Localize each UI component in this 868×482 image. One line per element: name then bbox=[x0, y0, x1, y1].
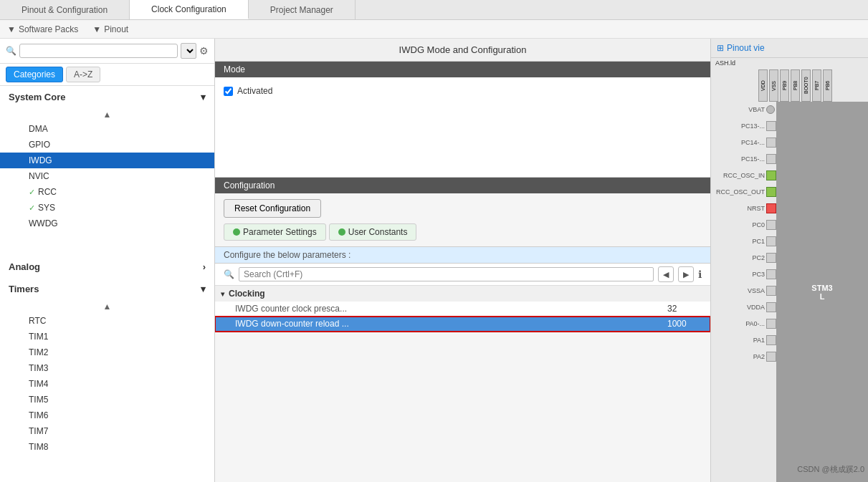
id-text: ASH.ld bbox=[711, 58, 868, 68]
sidebar-item-tim2[interactable]: TIM2 bbox=[0, 344, 214, 360]
center-panel: IWDG Mode and Configuration Mode Activat… bbox=[215, 39, 710, 482]
tab-pinout-config[interactable]: Pinout & Configuration bbox=[0, 0, 130, 19]
top-pin-boot0: BOOT0 bbox=[801, 69, 811, 102]
pin-box-vdda bbox=[766, 302, 776, 312]
pin-rcc-osc-out: RCC_OSC_OUT bbox=[711, 184, 776, 200]
tab-clock-config[interactable]: Clock Configuration bbox=[130, 0, 249, 19]
config-tabs: Parameter Settings User Constants bbox=[215, 223, 710, 246]
top-pin-vdd: VDD bbox=[758, 69, 768, 102]
pin-circle-vbat bbox=[766, 105, 775, 114]
sidebar-item-rcc[interactable]: ✓ RCC bbox=[0, 184, 214, 200]
pin-pc1: PC1 bbox=[711, 233, 776, 249]
pin-box-pa1 bbox=[766, 335, 776, 345]
pin-nrst: NRST bbox=[711, 201, 776, 216]
info-button[interactable]: ℹ bbox=[698, 269, 702, 280]
tab-dot-user bbox=[338, 228, 345, 236]
sidebar-item-tim6[interactable]: TIM6 bbox=[0, 408, 214, 423]
pin-pc15: PC15-... bbox=[711, 151, 776, 167]
search-dropdown[interactable] bbox=[181, 43, 196, 59]
sidebar-item-tim5[interactable]: TIM5 bbox=[0, 392, 214, 408]
scroll-up-arrow[interactable]: ▲ bbox=[0, 108, 214, 121]
sidebar-item-wwdg[interactable]: WWDG bbox=[0, 216, 214, 231]
pin-box-pc14 bbox=[766, 138, 776, 148]
top-pin-pb6: PB6 bbox=[823, 69, 832, 102]
param-group-clocking[interactable]: ▾ Clocking bbox=[215, 286, 710, 302]
pinout-menu[interactable]: ▼ Pinout bbox=[92, 24, 128, 34]
sidebar-item-tim4[interactable]: TIM4 bbox=[0, 376, 214, 392]
top-navbar: Pinout & Configuration Clock Configurati… bbox=[0, 0, 868, 20]
param-search-input[interactable] bbox=[239, 267, 654, 281]
panel-title: IWDG Mode and Configuration bbox=[215, 39, 710, 62]
top-pin-pb9: PB9 bbox=[780, 69, 789, 102]
mode-section-header: Mode bbox=[215, 62, 710, 77]
sidebar-item-dma[interactable]: DMA bbox=[0, 121, 214, 137]
nav-next-button[interactable]: ▶ bbox=[678, 266, 694, 282]
reset-config-button[interactable]: Reset Configuration bbox=[224, 199, 321, 218]
tab-parameter-settings[interactable]: Parameter Settings bbox=[224, 223, 326, 241]
chevron-icon-clocking: ▾ bbox=[221, 290, 224, 298]
sidebar-item-tim7[interactable]: TIM7 bbox=[0, 423, 214, 439]
sidebar-search-bar: 🔍 ⚙ bbox=[0, 39, 214, 64]
chevron-right-icon: › bbox=[203, 261, 206, 272]
top-pin-pb7: PB7 bbox=[812, 69, 821, 102]
tab-user-constants[interactable]: User Constants bbox=[329, 223, 417, 241]
tab-project-manager[interactable]: Project Manager bbox=[249, 0, 356, 19]
left-pins: VBAT PC13-... PC14-... PC15-... RCC_OSC_… bbox=[711, 102, 776, 482]
category-analog[interactable]: Analog › bbox=[0, 256, 214, 278]
main-layout: 🔍 ⚙ Categories A->Z System Core ▾ ▲ bbox=[0, 39, 868, 482]
pin-pa0: PA0-... bbox=[711, 316, 776, 332]
watermark-text: CSDN @桃成蹊2.0 bbox=[797, 464, 864, 475]
chip-body: STM3 L bbox=[776, 102, 868, 482]
pin-pc0: PC0 bbox=[711, 217, 776, 233]
tab-az[interactable]: A->Z bbox=[66, 67, 100, 82]
param-row-reload[interactable]: IWDG down-counter reload ... 1000 bbox=[215, 317, 710, 332]
search-input[interactable] bbox=[19, 44, 178, 58]
sidebar-item-rtc[interactable]: RTC bbox=[0, 313, 214, 329]
sidebar-item-gpio[interactable]: GPIO bbox=[0, 137, 214, 153]
software-packs-arrow: ▼ bbox=[7, 24, 16, 34]
activated-checkbox[interactable] bbox=[224, 87, 233, 96]
pin-vdda: VDDA bbox=[711, 299, 776, 315]
check-icon-sys: ✓ bbox=[29, 203, 35, 213]
chevron-down-icon: ▾ bbox=[201, 92, 206, 102]
pin-vssa: VSSA bbox=[711, 283, 776, 299]
grid-icon: ⊞ bbox=[717, 43, 724, 53]
params-list: ▾ Clocking IWDG counter clock presca... … bbox=[215, 286, 710, 482]
pin-box-pc15 bbox=[766, 154, 776, 164]
sidebar-item-sys[interactable]: ✓ SYS bbox=[0, 200, 214, 216]
pin-vbat: VBAT bbox=[711, 102, 776, 117]
pinout-arrow: ▼ bbox=[92, 24, 101, 34]
sidebar-item-tim1[interactable]: TIM1 bbox=[0, 329, 214, 344]
scroll-up-timers[interactable]: ▲ bbox=[0, 300, 214, 313]
mode-content: Activated bbox=[215, 77, 710, 178]
category-system-core[interactable]: System Core ▾ bbox=[0, 86, 214, 108]
config-section-header: Configuration bbox=[215, 178, 710, 193]
category-connectivity[interactable]: Connectivity › bbox=[0, 479, 214, 482]
sidebar-item-nvic[interactable]: NVIC bbox=[0, 168, 214, 184]
param-search-bar: Configure the below parameters : bbox=[215, 246, 710, 264]
pin-box-osc-in bbox=[766, 170, 776, 180]
category-timers[interactable]: Timers ▾ bbox=[0, 278, 214, 300]
configure-label: Configure the below parameters : bbox=[224, 250, 350, 260]
chip-area: VBAT PC13-... PC14-... PC15-... RCC_OSC_… bbox=[711, 102, 868, 482]
param-row-prescaler[interactable]: IWDG counter clock presca... 32 bbox=[215, 302, 710, 317]
pin-box-pc13 bbox=[766, 121, 776, 131]
software-packs-menu[interactable]: ▼ Software Packs bbox=[7, 24, 78, 34]
pin-box-pc0 bbox=[766, 220, 776, 230]
sidebar-item-tim8[interactable]: TIM8 bbox=[0, 439, 214, 455]
gear-button[interactable]: ⚙ bbox=[199, 45, 209, 57]
sidebar-item-tim3[interactable]: TIM3 bbox=[0, 360, 214, 376]
activated-checkbox-label[interactable]: Activated bbox=[224, 86, 702, 96]
pin-pa1: PA1 bbox=[711, 332, 776, 348]
nav-prev-button[interactable]: ◀ bbox=[658, 266, 674, 282]
chevron-down-icon-timers: ▾ bbox=[201, 284, 206, 294]
pinout-header: ⊞ Pinout vie bbox=[711, 39, 868, 58]
pin-box-vssa bbox=[766, 286, 776, 296]
sidebar-tabs: Categories A->Z bbox=[0, 64, 214, 86]
tab-dot-params bbox=[233, 228, 240, 236]
search-icon-params: 🔍 bbox=[224, 269, 234, 279]
sidebar-item-iwdg[interactable]: IWDG bbox=[0, 153, 214, 168]
timers-items: RTC TIM1 TIM2 TIM3 TIM4 TIM5 TIM bbox=[0, 313, 214, 458]
tab-categories[interactable]: Categories bbox=[6, 67, 63, 82]
system-core-items: DMA GPIO IWDG NVIC ✓ RCC ✓ SYS bbox=[0, 121, 214, 234]
